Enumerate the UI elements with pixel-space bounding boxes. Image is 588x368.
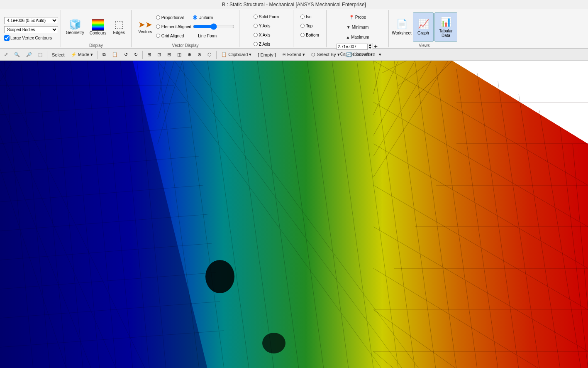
zoom-all-btn[interactable]: ⤢ [2, 50, 10, 59]
grid-aligned-radio[interactable] [156, 34, 160, 38]
probe-btn[interactable]: 📍 Probe [337, 12, 378, 22]
icon-btn-3[interactable]: ⊟ [165, 50, 173, 59]
vector-size-slider[interactable] [193, 24, 234, 29]
icon-btn-7[interactable]: ⬡ [205, 50, 214, 59]
scale-dropdown-row: 4.1e+006 (0.5x Auto) [4, 17, 58, 24]
z-axis-radio[interactable] [254, 42, 258, 46]
minimum-label: Minimum [352, 25, 369, 29]
views-group-label: Views [419, 43, 430, 48]
icon-btn-2[interactable]: ⊡ [155, 50, 163, 59]
vector-display-group: ➤➤ Vectors Proportional Element Aligned [132, 10, 239, 47]
vectors-btn[interactable]: ➤➤ Vectors [136, 12, 154, 42]
viewport: 2,000 4,000 (mm) 0 0.000 [0, 61, 588, 368]
convert-btn[interactable]: 🔄 Convert ▾ [344, 50, 376, 59]
iso-row: Iso [300, 12, 319, 21]
contours-label: Contours [90, 31, 107, 35]
element-aligned-radio[interactable] [156, 25, 160, 29]
edges-icon: ⬚ [114, 20, 124, 29]
display-group: 🧊 Geometry Contours ⬚ Edges Display [61, 10, 132, 47]
minimum-btn[interactable]: ▼ Minimum [337, 22, 378, 32]
z-axis-row: Z Axis [254, 40, 279, 48]
edges-label: Edges [113, 30, 125, 35]
toolbar: ⤢ 🔍 🔎 ⬚ Select ⚡ Mode ▾ ⧉ 📋 ↺ ↻ ⊞ ⊡ ⊟ ◫ … [0, 49, 588, 61]
element-aligned-label: Element Aligned [161, 25, 191, 29]
geometry-icon: 🧊 [69, 20, 81, 29]
iso-group: Iso Top Bottom [293, 10, 327, 47]
worksheet-btn[interactable]: 📄 Worksheet [391, 12, 412, 42]
scope-select[interactable]: Scoped Bodies [4, 26, 58, 33]
grid-aligned-label: Grid Aligned [161, 34, 184, 38]
tabular-data-label: Tabular Data [439, 29, 453, 38]
tabular-data-btn[interactable]: 📊 Tabular Data [434, 12, 457, 42]
uniform-radio[interactable] [193, 15, 197, 20]
zoom-box-btn[interactable]: ⬚ [36, 50, 45, 59]
bottom-radio[interactable] [300, 33, 305, 37]
x-axis-radio[interactable] [254, 33, 258, 37]
y-axis-label: Y Axis [259, 24, 271, 28]
toolbar-sep-4 [216, 51, 217, 59]
vectors-icon: ➤➤ [138, 20, 152, 29]
large-vertex-contours-label[interactable]: Large Vertex Contours [4, 35, 58, 41]
redo-btn[interactable]: ↻ [132, 50, 140, 59]
worksheet-label: Worksheet [392, 31, 412, 35]
scale-select[interactable]: 4.1e+006 (0.5x Auto) [4, 17, 58, 24]
contours-icon [92, 19, 104, 31]
maximum-label: Maximum [351, 35, 369, 39]
isosurface-value-input[interactable] [337, 44, 368, 50]
geometry-label: Geometry [66, 30, 84, 35]
extend-btn[interactable]: ✳ Extend ▾ [280, 50, 307, 59]
top-label: Top [306, 24, 312, 28]
isosurface-down-arrow[interactable]: ▼ [368, 47, 373, 50]
isosurface-plus-icon[interactable]: + [373, 43, 378, 50]
maximum-btn[interactable]: ▲ Maximum [337, 32, 378, 42]
x-axis-label: X Axis [259, 33, 271, 37]
worksheet-icon: 📄 [396, 19, 407, 29]
contours-btn[interactable]: Contours [88, 12, 109, 42]
line-form-label: Line Form [198, 34, 217, 38]
graph-btn[interactable]: 📈 Graph [413, 12, 434, 42]
probe-col: 📍 Probe ▼ Minimum ▲ Maximum [337, 12, 378, 42]
icon-btn-5[interactable]: ⊕ [185, 50, 194, 59]
icon-btn-6[interactable]: ⊗ [195, 50, 204, 59]
proportional-radio[interactable] [156, 15, 160, 20]
svg-point-76 [205, 260, 234, 293]
more-btn[interactable]: ▾ [376, 50, 384, 59]
large-vertex-contours-checkbox[interactable] [4, 35, 10, 41]
probe-label: Probe [355, 15, 366, 20]
empty-btn[interactable]: [ Empty ] [255, 50, 278, 59]
isosurface-value-row: ▲ ▼ + [337, 43, 378, 50]
clipboard-btn[interactable]: 📋 Clipboard ▾ [219, 50, 254, 59]
icon-btn-1[interactable]: ⊞ [145, 50, 154, 59]
capped-isosurface-group: 📍 Probe ▼ Minimum ▲ Maximum [327, 10, 389, 47]
select-by-btn[interactable]: ⬡ Select By ▾ [309, 50, 342, 59]
mode-btn[interactable]: ⚡ Mode ▾ [68, 50, 96, 59]
y-axis-radio[interactable] [254, 24, 258, 28]
proportional-row: Proportional [156, 13, 191, 22]
views-group: 📄 Worksheet 📈 Graph 📊 Tabular Data Views [389, 10, 460, 47]
solid-form-radio[interactable] [254, 15, 258, 19]
undo-btn[interactable]: ↺ [122, 50, 130, 59]
y-axis-row: Y Axis [254, 22, 279, 30]
top-radio[interactable] [300, 24, 305, 28]
solid-form-label: Solid Form [259, 15, 279, 19]
iso-radio[interactable] [300, 15, 305, 19]
edges-btn[interactable]: ⬚ Edges [110, 12, 128, 42]
line-form-row: — Line Form [193, 32, 234, 40]
proportional-label: Proportional [161, 15, 184, 20]
graph-icon: 📈 [418, 19, 429, 29]
mesh-visualization: 2,000 4,000 (mm) 0 0.000 [0, 61, 588, 368]
copy-btn[interactable]: ⧉ [100, 50, 108, 59]
paste-btn[interactable]: 📋 [110, 50, 120, 59]
zoom-in-btn[interactable]: 🔍 [12, 50, 22, 59]
geometry-btn[interactable]: 🧊 Geometry [64, 12, 86, 42]
tabular-data-icon: 📊 [440, 17, 451, 27]
maximum-icon: ▲ [346, 35, 350, 39]
select-btn[interactable]: Select [49, 50, 67, 59]
toolbar-sep-1 [47, 51, 47, 59]
zoom-out-btn[interactable]: 🔎 [24, 50, 34, 59]
graph-label: Graph [417, 31, 429, 35]
vectors-label: Vectors [138, 29, 152, 34]
title-text: B : Static Structural - Mechanical [ANSY… [222, 2, 366, 7]
icon-btn-4[interactable]: ◫ [175, 50, 184, 59]
vector-display-group-label: Vector Display [172, 43, 199, 48]
